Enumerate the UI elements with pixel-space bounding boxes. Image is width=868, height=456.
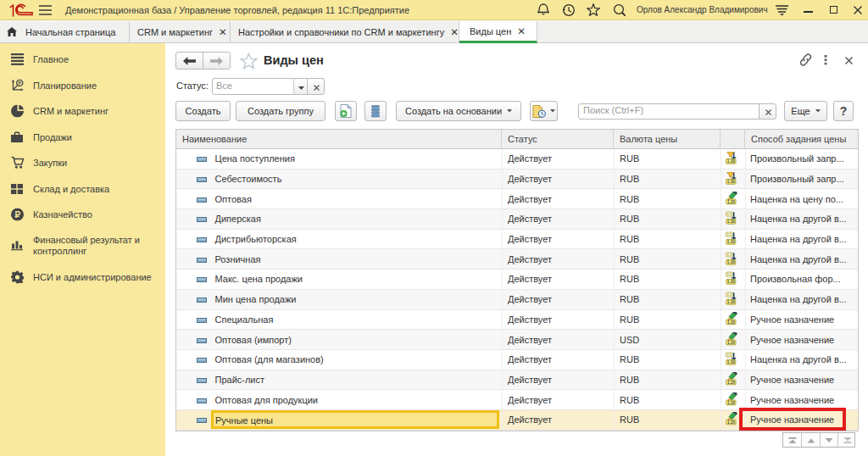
svg-text:1.15: 1.15 [726, 381, 734, 385]
svg-text:Р: Р [18, 80, 21, 85]
svg-text:1.1: 1.1 [726, 292, 732, 297]
svg-text:1.1: 1.1 [726, 213, 732, 217]
svg-text:1.1: 1.1 [726, 232, 732, 236]
svg-text:1.10: 1.10 [726, 240, 734, 244]
svg-text:1.1: 1.1 [726, 253, 732, 257]
svg-text:1.10: 1.10 [726, 280, 734, 284]
svg-text:1.15: 1.15 [726, 340, 734, 344]
svg-text:1.15: 1.15 [726, 199, 734, 203]
svg-text:1.10: 1.10 [726, 300, 734, 304]
svg-text:Р: Р [14, 210, 20, 220]
svg-text:1.15: 1.15 [726, 400, 734, 404]
svg-text:1.1: 1.1 [726, 273, 732, 277]
svg-text:1.10: 1.10 [726, 180, 734, 184]
svg-text:1.15: 1.15 [726, 320, 734, 324]
svg-text:1.10: 1.10 [726, 220, 734, 224]
svg-text:1.10: 1.10 [726, 159, 734, 164]
svg-text:1.10: 1.10 [726, 260, 734, 264]
svg-text:1.1: 1.1 [726, 353, 732, 357]
svg-text:1.15: 1.15 [726, 420, 734, 425]
svg-text:1.10: 1.10 [726, 360, 734, 364]
